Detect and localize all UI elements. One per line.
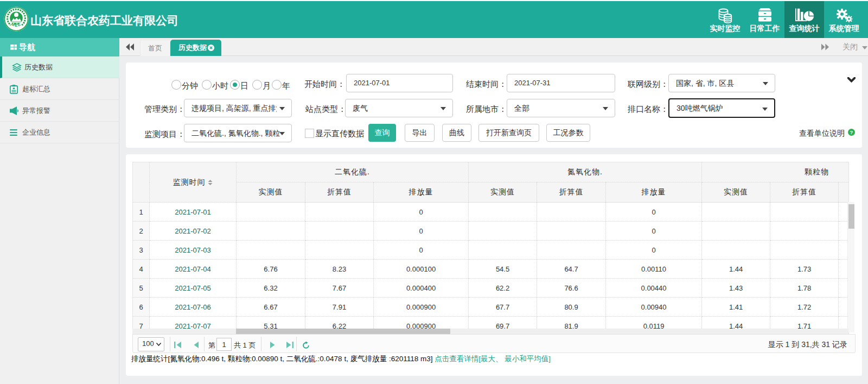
svg-text:?: ? [850, 129, 853, 135]
